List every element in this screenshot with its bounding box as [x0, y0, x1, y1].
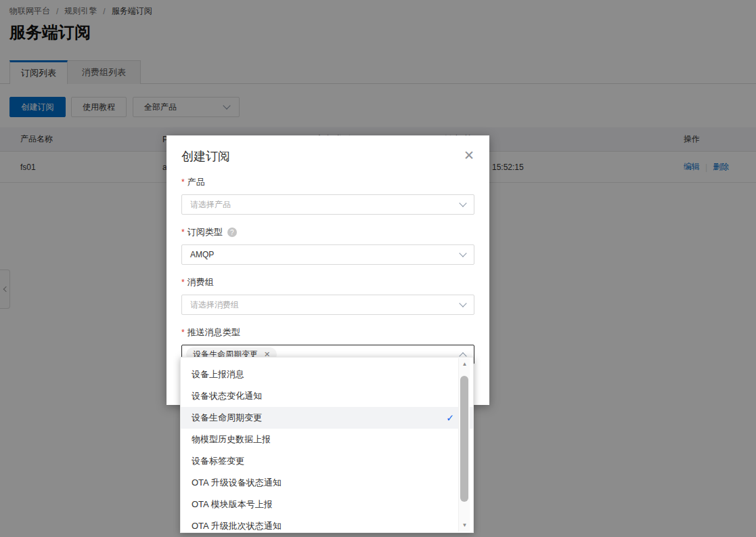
product-select[interactable]: 请选择产品: [181, 194, 474, 215]
field-label: * 产品: [181, 176, 474, 188]
required-asterisk: *: [181, 177, 185, 187]
option-device-report-message[interactable]: 设备上报消息 ✓: [181, 364, 473, 385]
select-placeholder: 请选择产品: [190, 199, 460, 211]
field-label-text: 消费组: [187, 276, 214, 288]
scroll-up-arrow-icon[interactable]: ▲: [459, 360, 470, 369]
required-asterisk: *: [181, 278, 185, 287]
scroll-down-arrow-icon[interactable]: ▼: [459, 521, 470, 530]
chevron-down-icon: [459, 299, 466, 307]
dropdown-scrollbar[interactable]: ▲ ▼: [458, 358, 470, 532]
option-device-status-change[interactable]: 设备状态变化通知 ✓: [181, 385, 473, 407]
option-ota-device-status-notify[interactable]: OTA 升级设备状态通知 ✓: [181, 472, 473, 494]
option-label: OTA 模块版本号上报: [192, 499, 273, 509]
field-label: * 推送消息类型: [181, 326, 474, 339]
modal-header: 创建订阅 ✕: [166, 135, 489, 165]
select-placeholder: 请选择消费组: [190, 299, 460, 311]
field-label: * 消费组: [181, 276, 474, 288]
field-label-text: 推送消息类型: [187, 326, 240, 339]
option-label: OTA 升级批次状态通知: [192, 521, 282, 531]
field-consumer-group: * 消费组 请选择消费组: [181, 276, 474, 315]
help-icon[interactable]: ?: [227, 228, 237, 237]
option-label: 设备状态变化通知: [192, 391, 262, 401]
message-type-dropdown: 设备上报消息 ✓ 设备状态变化通知 ✓ 设备生命周期变更 ✓ 物模型历史数据上报…: [180, 357, 474, 533]
option-label: 物模型历史数据上报: [192, 434, 271, 444]
modal-title: 创建订阅: [181, 148, 464, 165]
scrollbar-thumb[interactable]: [460, 376, 468, 502]
option-label: 设备上报消息: [192, 369, 244, 379]
close-icon[interactable]: ✕: [464, 149, 474, 162]
field-label-text: 订阅类型: [187, 226, 223, 238]
field-subscription-type: * 订阅类型 ? AMQP: [181, 226, 474, 265]
subscription-type-select[interactable]: AMQP: [181, 244, 474, 265]
check-icon: ✓: [446, 407, 454, 429]
consumer-group-select[interactable]: 请选择消费组: [181, 295, 474, 315]
required-asterisk: *: [181, 228, 185, 237]
option-ota-module-version-report[interactable]: OTA 模块版本号上报 ✓: [181, 494, 473, 515]
select-value: AMQP: [190, 250, 460, 259]
option-label: 设备标签变更: [192, 456, 244, 466]
required-asterisk: *: [181, 328, 185, 337]
chevron-down-icon: [459, 249, 466, 257]
field-product: * 产品 请选择产品: [181, 176, 474, 215]
modal-body: * 产品 请选择产品 * 订阅类型 ? AMQP * 消费组: [166, 176, 489, 364]
option-thing-model-history-data[interactable]: 物模型历史数据上报 ✓: [181, 429, 473, 450]
option-ota-batch-status-notify[interactable]: OTA 升级批次状态通知 ✓: [181, 515, 473, 533]
option-device-lifecycle-change[interactable]: 设备生命周期变更 ✓: [181, 407, 473, 429]
option-device-tag-change[interactable]: 设备标签变更 ✓: [181, 450, 473, 472]
option-label: 设备生命周期变更: [192, 412, 262, 423]
field-label: * 订阅类型 ?: [181, 226, 474, 238]
field-label-text: 产品: [187, 176, 205, 188]
chevron-down-icon: [459, 199, 466, 207]
option-label: OTA 升级设备状态通知: [192, 477, 282, 488]
